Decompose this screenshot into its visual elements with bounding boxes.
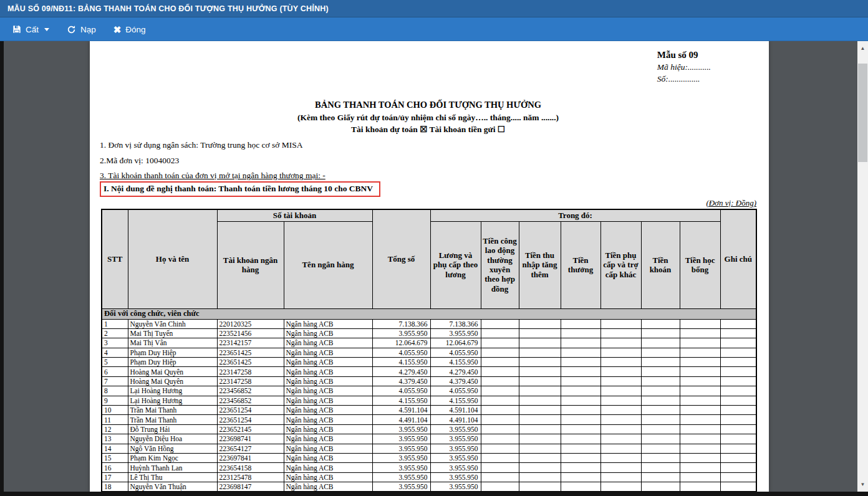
col-scholarship	[680, 472, 720, 482]
reload-button-label: Nạp	[80, 25, 96, 34]
col-contract-labor	[481, 396, 519, 405]
col-salary: 12.064.679	[430, 338, 481, 348]
col-allowance	[600, 348, 641, 357]
table-row: 15Phạm Kim Ngọc223697841Ngân hàng ACB3.9…	[102, 453, 756, 462]
col-note	[720, 358, 756, 367]
col-stt: 13	[102, 434, 128, 444]
col-name: Đỗ Trung Hải	[128, 424, 217, 434]
col-header-bonus: Tiền thưởng	[561, 221, 600, 308]
bank-account-line: 3. Tài khoản thanh toán của đơn vị mở tạ…	[100, 171, 756, 181]
col-name: Ngô Văn Hồng	[128, 444, 217, 453]
col-bank-account: 223651425	[217, 358, 284, 367]
col-bonus	[561, 348, 600, 357]
col-scholarship	[680, 386, 720, 396]
col-allowance	[600, 396, 641, 405]
col-note	[720, 386, 756, 396]
col-salary: 4.155.950	[430, 396, 481, 405]
table-row: 16Huỳnh Thanh Lan223654158Ngân hàng ACB3…	[102, 463, 756, 472]
col-bank-name: Ngân hàng ACB	[284, 348, 372, 357]
col-salary: 3.955.950	[430, 444, 481, 453]
col-extra-income	[519, 463, 561, 472]
col-header-account-group: Số tài khoản	[217, 209, 372, 221]
col-bank-name: Ngân hàng ACB	[284, 319, 372, 328]
col-contract-labor	[481, 367, 519, 376]
col-bank-account: 223147258	[217, 376, 284, 386]
col-stt: 10	[102, 406, 128, 415]
col-note	[720, 444, 756, 453]
scroll-up-arrow-icon[interactable]: ▲	[857, 43, 868, 54]
col-extra-income	[519, 482, 561, 492]
col-bonus	[561, 376, 600, 386]
col-scholarship	[680, 376, 720, 386]
col-bonus	[561, 472, 600, 482]
col-bank-name: Ngân hàng ACB	[284, 444, 372, 453]
col-extra-income	[519, 376, 561, 386]
form-serial-line: Số:...............	[657, 73, 711, 85]
col-package	[641, 472, 680, 482]
col-total: 3.955.950	[372, 328, 430, 338]
col-bank-account: 223521456	[217, 328, 284, 338]
payment-content-highlight[interactable]: I. Nội dung đề nghị thanh toán: Thanh to…	[100, 181, 380, 197]
scrollbar-thumb[interactable]	[858, 64, 867, 162]
col-header-stt: STT	[102, 209, 128, 308]
col-header-scholarship: Tiền học bổng	[680, 221, 720, 308]
col-note	[720, 434, 756, 444]
reload-button[interactable]: Nạp	[59, 21, 104, 38]
col-salary: 4.279.450	[430, 367, 481, 376]
app-window: MẪU SỐ 09/NĐ11: BẢNG THANH TOÁN CHO ĐỐI …	[0, 0, 868, 496]
col-name: Trần Mai Thanh	[128, 415, 217, 424]
col-stt: 2	[102, 328, 128, 338]
col-salary: 3.955.950	[430, 424, 481, 434]
col-total: 4.279.450	[372, 367, 430, 376]
col-bank-name: Ngân hàng ACB	[284, 367, 372, 376]
close-button[interactable]: ✖ Đóng	[106, 21, 153, 38]
col-bank-account: 223654127	[217, 444, 284, 453]
col-extra-income	[519, 367, 561, 376]
scroll-down-arrow-icon[interactable]: ▼	[857, 479, 868, 490]
col-header-name: Họ và tên	[128, 209, 217, 308]
col-scholarship	[680, 453, 720, 462]
col-scholarship	[680, 319, 720, 328]
refresh-icon	[67, 25, 76, 34]
col-allowance	[600, 472, 641, 482]
col-stt: 5	[102, 358, 128, 367]
col-bonus	[561, 396, 600, 405]
col-bonus	[561, 338, 600, 348]
col-bank-name: Ngân hàng ACB	[284, 415, 372, 424]
save-button[interactable]: Cất	[5, 21, 57, 38]
col-allowance	[600, 424, 641, 434]
col-name: Nguyễn Văn Thuận	[128, 482, 217, 492]
col-stt: 6	[102, 367, 128, 376]
col-package	[641, 386, 680, 396]
col-note	[720, 463, 756, 472]
col-salary: 4.591.104	[430, 406, 481, 415]
col-scholarship	[680, 358, 720, 367]
col-bank-name: Ngân hàng ACB	[284, 472, 372, 482]
col-name: Hoàng Mai Quyên	[128, 367, 217, 376]
col-package	[641, 463, 680, 472]
col-bank-account: 223651425	[217, 348, 284, 357]
vertical-scrollbar[interactable]: ▲ ▼	[857, 41, 868, 492]
col-header-note: Ghi chú	[720, 209, 756, 308]
col-allowance	[600, 453, 641, 462]
col-total: 3.955.950	[372, 463, 430, 472]
col-note	[720, 415, 756, 424]
col-contract-labor	[481, 434, 519, 444]
col-name: Huỳnh Thanh Lan	[128, 463, 217, 472]
col-total: 4.591.104	[372, 406, 430, 415]
col-note	[720, 472, 756, 482]
col-package	[641, 367, 680, 376]
col-total: 4.055.950	[372, 386, 430, 396]
col-name: Lê Thị Thu	[128, 472, 217, 482]
col-allowance	[600, 319, 641, 328]
col-contract-labor	[481, 386, 519, 396]
payment-table: STT Họ và tên Số tài khoản Tổng số Trong…	[101, 209, 757, 492]
col-bonus	[561, 463, 600, 472]
col-bonus	[561, 367, 600, 376]
col-stt: 9	[102, 396, 128, 405]
col-contract-labor	[481, 444, 519, 453]
col-extra-income	[519, 453, 561, 462]
table-row: 6Hoàng Mai Quyên223147258Ngân hàng ACB4.…	[102, 367, 756, 376]
col-scholarship	[680, 396, 720, 405]
col-allowance	[600, 328, 641, 338]
